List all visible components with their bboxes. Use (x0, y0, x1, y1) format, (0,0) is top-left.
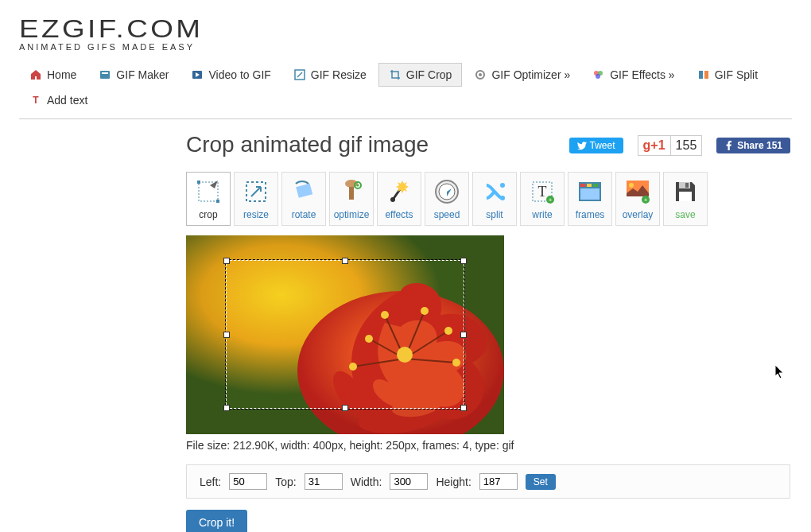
svg-rect-0 (100, 71, 110, 79)
svg-text:+: + (644, 196, 648, 204)
nav-gif-optimizer[interactable]: GIF Optimizer » (464, 63, 580, 87)
tool-save[interactable]: save (663, 172, 708, 226)
tool-crop[interactable]: crop (186, 172, 231, 226)
tool-resize-icon (242, 177, 270, 206)
tool-overlay[interactable]: + overlay (615, 172, 660, 226)
nav-add-text[interactable]: T Add text (19, 88, 98, 112)
svg-rect-41 (679, 192, 692, 201)
height-label: Height: (436, 476, 471, 488)
nav-video-to-gif[interactable]: Video to GIF (180, 63, 281, 87)
left-label: Left: (200, 476, 221, 488)
top-label: Top: (275, 476, 296, 488)
svg-rect-34 (580, 188, 600, 200)
tool-speed-icon (433, 177, 461, 206)
optimizer-icon (474, 68, 487, 81)
svg-rect-13 (197, 181, 200, 184)
width-label: Width: (351, 476, 382, 488)
handle-bottom-center[interactable] (342, 405, 348, 411)
nav-gif-resize[interactable]: GIF Resize (283, 63, 377, 87)
svg-rect-40 (685, 183, 689, 188)
svg-rect-16 (296, 184, 312, 198)
handle-mid-left[interactable] (223, 332, 230, 338)
tool-optimize-icon (337, 177, 366, 206)
svg-text:+: + (549, 196, 553, 204)
tool-write-icon: T+ (528, 177, 557, 206)
svg-point-21 (390, 197, 395, 202)
svg-rect-31 (580, 184, 585, 187)
handle-bottom-left[interactable] (223, 405, 230, 411)
svg-point-20 (357, 184, 359, 187)
file-info: File size: 212.90K, width: 400px, height… (186, 439, 790, 452)
tool-split-icon (480, 177, 509, 206)
facebook-icon (724, 141, 734, 150)
social-buttons: Tweet g+1 155 Share 151 (569, 135, 790, 156)
svg-text:T: T (538, 184, 547, 200)
handle-top-center[interactable] (342, 258, 348, 264)
svg-point-5 (479, 73, 482, 76)
height-input[interactable] (479, 473, 518, 490)
fb-share-button[interactable]: Share 151 (716, 138, 790, 153)
tool-optimize[interactable]: optimize (329, 172, 374, 226)
crop-selection[interactable] (226, 260, 464, 409)
svg-rect-10 (704, 71, 708, 79)
tool-resize[interactable]: resize (234, 172, 278, 226)
resize-icon (293, 68, 306, 81)
svg-point-24 (500, 183, 505, 188)
nav-home[interactable]: Home (19, 63, 87, 87)
tool-split[interactable]: split (472, 172, 517, 226)
gplus-button[interactable]: g+1 155 (638, 135, 703, 156)
tweet-button[interactable]: Tweet (569, 138, 623, 153)
image-preview[interactable] (186, 235, 504, 434)
split-icon (697, 68, 710, 81)
svg-point-36 (629, 183, 634, 188)
width-input[interactable] (390, 473, 428, 490)
handle-top-right[interactable] (460, 258, 467, 264)
nav-gif-crop[interactable]: GIF Crop (378, 63, 463, 87)
svg-rect-1 (102, 72, 108, 74)
video-icon (191, 68, 204, 81)
nav-gif-maker[interactable]: GIF Maker (88, 63, 179, 87)
svg-point-25 (500, 196, 505, 200)
save-icon (671, 177, 700, 206)
handle-bottom-right[interactable] (460, 405, 467, 411)
crop-icon (389, 68, 402, 81)
svg-point-8 (596, 74, 600, 79)
text-icon: T (29, 94, 42, 107)
svg-rect-18 (349, 187, 354, 200)
tool-crop-icon (194, 177, 223, 206)
tool-frames-icon (576, 177, 604, 206)
tool-effects[interactable]: effects (377, 172, 421, 226)
tool-rotate-icon (289, 177, 318, 206)
svg-text:T: T (33, 95, 39, 106)
svg-rect-14 (216, 200, 219, 203)
svg-rect-9 (699, 71, 703, 79)
tool-frames[interactable]: frames (568, 172, 612, 226)
handle-mid-right[interactable] (460, 332, 467, 338)
svg-rect-33 (593, 184, 598, 187)
crop-params: Left: Top: Width: Height: Set (186, 464, 790, 499)
svg-rect-32 (587, 184, 592, 187)
handle-top-left[interactable] (223, 258, 230, 264)
logo-title: EZGIF.COM (19, 14, 811, 44)
tool-rotate[interactable]: rotate (281, 172, 326, 226)
top-input[interactable] (305, 473, 343, 490)
home-icon (29, 68, 42, 81)
crop-it-button[interactable]: Crop it! (186, 510, 247, 532)
site-logo[interactable]: EZGIF.COM ANIMATED GIFS MADE EASY (19, 0, 792, 56)
tool-overlay-icon: + (623, 177, 652, 206)
nav-gif-effects[interactable]: GIF Effects » (582, 63, 685, 87)
set-button[interactable]: Set (526, 474, 556, 490)
main-nav: Home GIF Maker Video to GIF GIF Resize G… (19, 56, 792, 119)
tool-toolbar: crop resize rotate optimize effects spee… (186, 172, 790, 226)
tool-effects-icon (385, 177, 413, 206)
tool-write[interactable]: T+ write (520, 172, 565, 226)
twitter-icon (577, 141, 587, 150)
nav-gif-split[interactable]: GIF Split (687, 63, 768, 87)
tool-speed[interactable]: speed (425, 172, 469, 226)
effects-icon (592, 68, 605, 81)
left-input[interactable] (229, 473, 267, 490)
maker-icon (99, 68, 111, 81)
